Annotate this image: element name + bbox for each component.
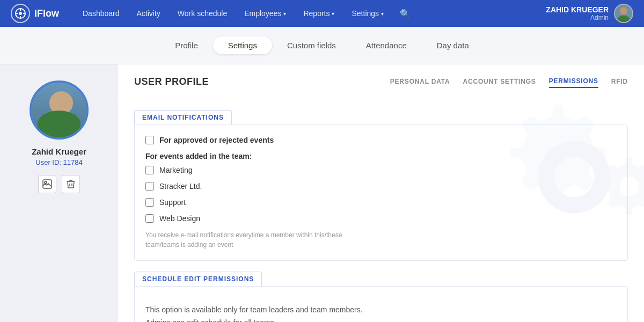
nav-workschedule[interactable]: Work schedule xyxy=(170,5,235,22)
nav-employees[interactable]: Employees ▾ xyxy=(237,5,294,22)
schedule-text: This option is available only for team l… xyxy=(145,304,617,322)
delete-photo-button[interactable] xyxy=(62,175,80,193)
user-avatar xyxy=(30,80,89,140)
main-content: USER PROFILE PERSONAL DATA ACCOUNT SETTI… xyxy=(118,64,644,322)
nav-permissions[interactable]: PERMISSIONS xyxy=(549,75,598,88)
sidebar-user-id: User ID: 11784 xyxy=(35,158,82,166)
sidebar-actions xyxy=(38,175,80,193)
svg-point-7 xyxy=(620,7,627,14)
email-hint: You receive e-mail notifications everyti… xyxy=(145,230,360,250)
tab-day-data[interactable]: Day data xyxy=(422,36,484,54)
tab-attendance[interactable]: Attendance xyxy=(351,36,422,54)
sidebar-user-name: Zahid Krueger xyxy=(32,147,86,156)
marketing-checkbox[interactable] xyxy=(145,166,154,174)
logo-text: iFlow xyxy=(34,8,59,19)
stracker-checkbox[interactable] xyxy=(145,182,154,191)
stracker-label[interactable]: Stracker Ltd. xyxy=(159,182,202,191)
nav-user-name: ZAHID KRUEGER xyxy=(546,5,609,14)
nav-dashboard[interactable]: Dashboard xyxy=(75,5,127,22)
tab-custom-fields[interactable]: Custom fields xyxy=(272,36,351,54)
marketing-label[interactable]: Marketing xyxy=(159,166,192,174)
tab-bar: Profile Settings Custom fields Attendanc… xyxy=(0,27,644,64)
schedule-section: SCHEDULE EDIT PERMISSIONS This option is… xyxy=(118,272,644,322)
nav-reports[interactable]: Reports ▾ xyxy=(296,5,342,22)
nav-user-info: ZAHID KRUEGER Admin xyxy=(546,5,609,21)
sidebar-user-id-value: 11784 xyxy=(63,158,83,166)
team-webdesign-row: Web Design xyxy=(145,214,617,223)
email-section-body: For approved or rejected events For even… xyxy=(134,125,628,261)
profile-nav: PERSONAL DATA ACCOUNT SETTINGS PERMISSIO… xyxy=(390,75,628,88)
employees-arrow-icon: ▾ xyxy=(283,11,286,17)
nav-rfid[interactable]: RFID xyxy=(611,76,628,87)
settings-arrow-icon: ▾ xyxy=(381,11,384,17)
approved-events-row: For approved or rejected events xyxy=(145,136,617,144)
nav-links: Dashboard Activity Work schedule Employe… xyxy=(75,4,546,23)
approved-events-label[interactable]: For approved or rejected events xyxy=(159,136,274,144)
webdesign-checkbox[interactable] xyxy=(145,214,154,223)
nav-account-settings[interactable]: ACCOUNT SETTINGS xyxy=(463,76,536,87)
svg-point-12 xyxy=(42,119,80,137)
nav-personal-data[interactable]: PERSONAL DATA xyxy=(390,76,450,87)
upload-photo-button[interactable] xyxy=(38,175,56,193)
tab-profile[interactable]: Profile xyxy=(160,36,213,54)
approved-events-checkbox[interactable] xyxy=(145,136,154,144)
avatar[interactable] xyxy=(614,4,633,23)
search-button[interactable]: 🔍 xyxy=(393,4,417,23)
nav-user: ZAHID KRUEGER Admin xyxy=(546,4,633,23)
logo[interactable]: iFlow xyxy=(11,4,59,23)
schedule-section-body: This option is available only for team l… xyxy=(134,286,628,322)
email-notifications-section: EMAIL NOTIFICATIONS For approved or reje… xyxy=(118,99,644,272)
team-marketing-row: Marketing xyxy=(145,166,617,174)
nav-activity[interactable]: Activity xyxy=(129,5,168,22)
page-title: USER PROFILE xyxy=(134,76,209,87)
navbar: iFlow Dashboard Activity Work schedule E… xyxy=(0,0,644,27)
support-label[interactable]: Support xyxy=(159,198,186,207)
svg-point-1 xyxy=(19,12,22,15)
sidebar: Zahid Krueger User ID: 11784 xyxy=(0,64,118,322)
nav-user-role: Admin xyxy=(546,14,609,21)
content-wrapper: Zahid Krueger User ID: 11784 xyxy=(0,64,644,322)
profile-header: USER PROFILE PERSONAL DATA ACCOUNT SETTI… xyxy=(118,64,644,99)
support-checkbox[interactable] xyxy=(145,198,154,207)
schedule-section-header: SCHEDULE EDIT PERMISSIONS xyxy=(134,272,262,286)
team-stracker-row: Stracker Ltd. xyxy=(145,182,617,191)
tab-settings[interactable]: Settings xyxy=(213,36,272,54)
logo-icon xyxy=(11,4,30,23)
email-section-header: EMAIL NOTIFICATIONS xyxy=(134,110,232,125)
webdesign-label[interactable]: Web Design xyxy=(159,214,200,223)
nav-settings[interactable]: Settings ▾ xyxy=(344,5,391,22)
team-events-label: For events added in the team: xyxy=(145,152,617,160)
reports-arrow-icon: ▾ xyxy=(332,11,334,17)
avatar-image xyxy=(32,83,86,137)
team-support-row: Support xyxy=(145,198,617,207)
svg-point-11 xyxy=(49,91,73,115)
